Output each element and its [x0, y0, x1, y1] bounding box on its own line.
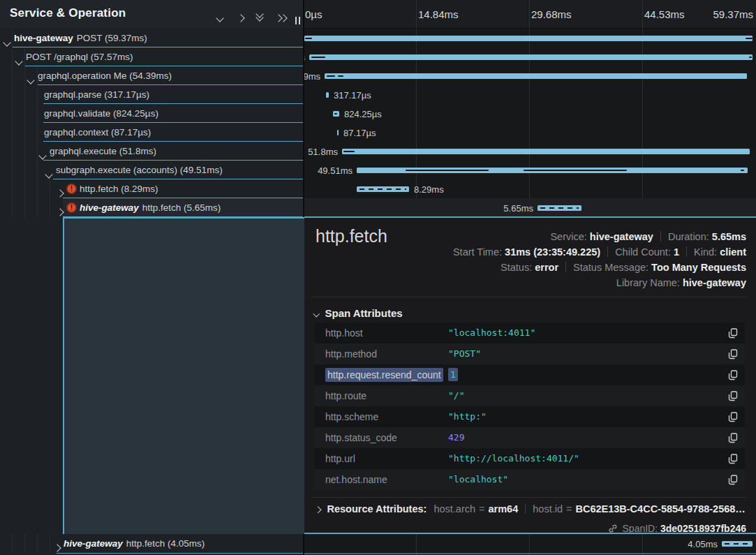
copy-icon[interactable]	[728, 412, 738, 422]
indent-guide	[12, 142, 13, 161]
chevron-down-icon[interactable]	[28, 73, 34, 86]
span-label: subgraph.execute (accounts) (49.51ms)	[56, 161, 223, 179]
resource-attributes-row[interactable]: Resource Attributes:host.arch=arm64host.…	[311, 497, 748, 519]
tree-row[interactable]: subgraph.execute (accounts) (49.51ms)	[0, 161, 303, 179]
span-duration-label: 5.65ms	[503, 203, 533, 214]
tree-row[interactable]: graphql.validate (824.25µs)	[0, 104, 303, 123]
meta-label: Status:	[501, 262, 535, 273]
meta-value: Too Many Requests	[651, 262, 746, 273]
pane-resize-handle[interactable]	[294, 17, 302, 25]
self-time-mark	[327, 75, 335, 77]
indent-guide	[37, 142, 38, 161]
indent-guide	[24, 179, 25, 198]
copy-icon[interactable]	[728, 349, 738, 360]
span-detail-expansion	[63, 217, 304, 534]
copy-icon[interactable]	[728, 391, 738, 401]
attribute-value: 1	[448, 364, 458, 385]
tree-row[interactable]: !http.fetch (8.29ms)	[0, 179, 303, 198]
span-duration-label: 49.51ms	[318, 165, 353, 176]
resource-value: arm64	[489, 503, 519, 515]
meta-label: Kind:	[694, 246, 720, 258]
timeline-tick: 44.53ms	[644, 8, 685, 20]
resource-key: host.id	[533, 503, 563, 515]
span-bar[interactable]	[342, 149, 750, 154]
chevron-right-icon[interactable]	[54, 541, 60, 554]
chevron-down-icon[interactable]	[217, 11, 223, 24]
timeline-tick: 59.37ms	[713, 8, 753, 20]
span-duration-label: 87.17µs	[343, 128, 376, 138]
chevron-down-icon[interactable]	[4, 36, 10, 48]
span-bar[interactable]	[337, 130, 339, 135]
span-bar[interactable]	[325, 73, 747, 79]
span-meta: Service: hive-gatewayDuration: 5.65msSta…	[453, 229, 746, 290]
span-bar[interactable]	[333, 111, 339, 117]
meta-value: client	[720, 246, 746, 258]
meta-divider	[565, 262, 566, 272]
divider	[311, 297, 748, 297]
tree-row[interactable]: graphql.parse (317.17µs)	[0, 85, 303, 104]
attribute-row: http.request.resend_count1	[314, 364, 745, 385]
indent-guide	[12, 123, 13, 142]
indent-guide	[12, 179, 13, 198]
span-attributes-header[interactable]: Span Attributes	[314, 307, 403, 319]
tree-row[interactable]: POST /graphql (57.57ms)	[0, 47, 303, 66]
span-label: graphql.context (87.17µs)	[44, 123, 151, 142]
span-bar[interactable]	[304, 36, 753, 41]
indent-guide	[12, 198, 13, 217]
timeline-tick: 0µs	[305, 8, 323, 20]
tree-row[interactable]: !hive-gatewayhttp.fetch (5.65ms)	[0, 198, 303, 217]
indent-guide	[12, 534, 13, 554]
copy-icon[interactable]	[728, 433, 738, 443]
span-duration-label: 8.29ms	[414, 184, 444, 195]
copy-icon[interactable]	[728, 475, 738, 485]
span-bar[interactable]	[722, 541, 753, 547]
meta-line: Status: errorStatus Message: Too Many Re…	[453, 260, 746, 275]
indent-guide	[12, 104, 13, 123]
tree-row[interactable]: graphql.operation Me (54.39ms)	[0, 66, 303, 85]
chevron-down-icon[interactable]	[16, 54, 22, 67]
chevron-right-icon	[315, 506, 321, 512]
span-bar[interactable]	[326, 92, 329, 98]
self-time-mark	[343, 151, 355, 153]
tree-row[interactable]: graphql.context (87.17µs)	[0, 123, 303, 142]
copy-icon[interactable]	[728, 328, 738, 339]
span-duration-label: 824.25µs	[344, 109, 382, 119]
self-time-mark	[746, 38, 753, 40]
tree-header: Service & Operation	[0, 0, 303, 28]
indent-guide	[24, 198, 25, 217]
meta-value: hive-gateway	[590, 231, 653, 242]
meta-label: Status Message:	[573, 262, 651, 273]
span-bar[interactable]	[538, 205, 581, 211]
meta-line: Service: hive-gatewayDuration: 5.65ms	[453, 229, 746, 244]
chevron-right-icon[interactable]	[57, 186, 63, 199]
attribute-row: http.route"/"	[314, 385, 745, 406]
attribute-value: "localhost:4011"	[448, 323, 535, 343]
tree-row[interactable]: hive-gatewayPOST (59.37ms)	[0, 29, 303, 47]
tree-row[interactable]: hive-gatewayhttp.fetch (4.05ms)	[0, 534, 303, 554]
link-icon	[608, 524, 618, 533]
chevron-down-icon[interactable]	[46, 168, 52, 180]
span-bar[interactable]	[357, 186, 409, 192]
attribute-row: http.url"http://localhost:4011/"	[314, 448, 745, 469]
span-bar[interactable]	[309, 54, 753, 60]
indent-guide	[12, 66, 13, 85]
attribute-key: http.scheme	[325, 406, 378, 427]
self-time-mark	[305, 38, 312, 40]
span-duration-label: 54.39ms	[303, 71, 320, 82]
span-bar[interactable]	[357, 168, 748, 173]
indent-guide	[37, 198, 38, 217]
meta-label: Library Name:	[616, 277, 683, 288]
timeline-tick: 29.68ms	[531, 8, 572, 20]
tree-row[interactable]: graphql.execute (51.8ms)	[0, 142, 303, 161]
meta-value: error	[535, 262, 558, 273]
chevron-right-icon[interactable]	[238, 11, 244, 24]
span-label: hive-gatewayhttp.fetch (4.05ms)	[64, 534, 205, 553]
service-name: hive-gateway	[64, 538, 123, 549]
copy-icon[interactable]	[728, 454, 738, 464]
resource-key: host.arch	[433, 503, 475, 515]
indent-guide	[12, 47, 13, 66]
double-chevron-right-icon[interactable]	[276, 11, 286, 24]
double-chevron-down-icon[interactable]	[257, 11, 262, 20]
chevron-right-icon[interactable]	[57, 205, 63, 218]
copy-icon[interactable]	[728, 370, 738, 380]
